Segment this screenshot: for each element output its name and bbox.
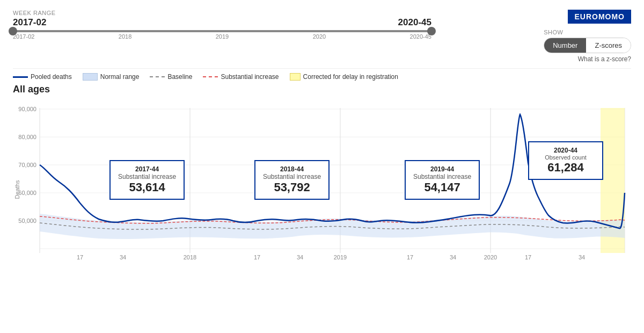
- chart-section: All ages Deaths 90,000 80,000 70,000 60,…: [13, 84, 631, 283]
- x-label-34c: 34: [450, 254, 456, 260]
- slider-track: [13, 30, 431, 32]
- toggle-zscore-button[interactable]: Z-scores: [586, 38, 631, 53]
- show-label: SHOW: [544, 29, 563, 35]
- tooltip-2017-year: 2017-44: [118, 165, 176, 173]
- y-label-60000: 60,000: [18, 190, 36, 196]
- right-controls: EUROMOMO SHOW Number Z-scores What is a …: [544, 10, 631, 63]
- x-label-17d: 17: [525, 254, 531, 260]
- slider-label-0: 2017-02: [13, 33, 34, 40]
- slider-track-container[interactable]: [13, 30, 431, 32]
- y-label-70000: 70,000: [18, 162, 36, 168]
- week-range-section: WEEK RANGE 2017-02 2020-45 2017-02 2018 …: [13, 10, 544, 40]
- tooltip-2019: 2019-44 Substantial increase 54,147: [405, 160, 480, 200]
- slider-thumb-right[interactable]: [427, 27, 436, 35]
- tooltip-2019-value: 54,147: [413, 180, 471, 194]
- x-label-17a: 17: [77, 254, 83, 260]
- toggle-number-button[interactable]: Number: [544, 38, 586, 53]
- tooltip-2020-value: 61,284: [537, 161, 595, 175]
- x-label-2018: 2018: [184, 254, 196, 260]
- toggle-group: Number Z-scores: [544, 38, 631, 53]
- legend-pooled-deaths-label: Pooled deaths: [31, 73, 72, 81]
- chart-wrapper: Deaths 90,000 80,000 70,000 60,000 50,00…: [13, 98, 631, 283]
- legend: Pooled deaths Normal range Baseline Subs…: [13, 68, 631, 81]
- x-label-34b: 34: [297, 254, 303, 260]
- tooltip-2018: 2018-44 Substantial increase 53,792: [254, 160, 330, 200]
- y-label-90000: 90,000: [18, 106, 36, 112]
- pooled-deaths-line-icon: [13, 76, 28, 78]
- tooltip-2017: 2017-44 Substantial increase 53,614: [109, 160, 185, 200]
- tooltip-2020-year: 2020-44: [537, 147, 595, 154]
- tooltip-2020-type: Observed count: [537, 154, 595, 161]
- substantial-increase-line-icon: [203, 76, 218, 77]
- legend-normal-range: Normal range: [83, 73, 140, 81]
- x-label-17c: 17: [407, 254, 413, 260]
- slider-label-2: 2019: [216, 33, 229, 40]
- tooltip-2019-year: 2019-44: [413, 165, 471, 173]
- legend-normal-range-label: Normal range: [100, 73, 140, 81]
- x-label-2020: 2020: [484, 254, 497, 260]
- tooltip-2018-value: 53,792: [263, 180, 321, 194]
- range-values: 2017-02 2020-45: [13, 17, 431, 28]
- header: WEEK RANGE 2017-02 2020-45 2017-02 2018 …: [13, 10, 631, 63]
- x-label-2019: 2019: [334, 254, 347, 260]
- slider-thumb-left[interactable]: [9, 27, 17, 35]
- week-range-label: WEEK RANGE: [13, 10, 544, 16]
- tooltip-2017-value: 53,614: [118, 180, 176, 194]
- slider-label-3: 2020: [313, 33, 326, 40]
- y-label-50000: 50,000: [18, 218, 36, 224]
- normal-range-box-icon: [83, 73, 98, 81]
- x-label-34d: 34: [579, 254, 585, 260]
- legend-corrected-delay: Corrected for delay in registration: [290, 73, 398, 81]
- legend-substantial-increase-label: Substantial increase: [221, 73, 279, 81]
- tooltip-2020: 2020-44 Observed count 61,284: [528, 141, 603, 180]
- x-label-34a: 34: [120, 254, 126, 260]
- legend-baseline: Baseline: [150, 73, 192, 81]
- corrected-delay-box-icon: [290, 73, 301, 81]
- range-start: 2017-02: [13, 17, 46, 28]
- legend-substantial-increase: Substantial increase: [203, 73, 279, 81]
- tooltip-2018-year: 2018-44: [263, 165, 321, 173]
- main-container: WEEK RANGE 2017-02 2020-45 2017-02 2018 …: [0, 0, 644, 333]
- zscore-link[interactable]: What is a z-score?: [578, 55, 631, 63]
- tooltip-2018-type: Substantial increase: [263, 173, 321, 180]
- legend-pooled-deaths: Pooled deaths: [13, 73, 72, 81]
- tooltip-2019-type: Substantial increase: [413, 173, 471, 180]
- slider-label-1: 2018: [119, 33, 131, 40]
- baseline-line-icon: [150, 76, 165, 77]
- y-label-80000: 80,000: [18, 134, 36, 140]
- slider-labels: 2017-02 2018 2019 2020 2020-45: [13, 33, 431, 40]
- legend-baseline-label: Baseline: [167, 73, 192, 81]
- range-end: 2020-45: [398, 17, 431, 28]
- legend-corrected-delay-label: Corrected for delay in registration: [303, 73, 398, 81]
- chart-title: All ages: [13, 84, 631, 95]
- slider-fill: [13, 30, 431, 32]
- tooltip-2017-type: Substantial increase: [118, 173, 176, 180]
- euromomo-badge: EUROMOMO: [568, 10, 631, 24]
- x-label-17b: 17: [254, 254, 260, 260]
